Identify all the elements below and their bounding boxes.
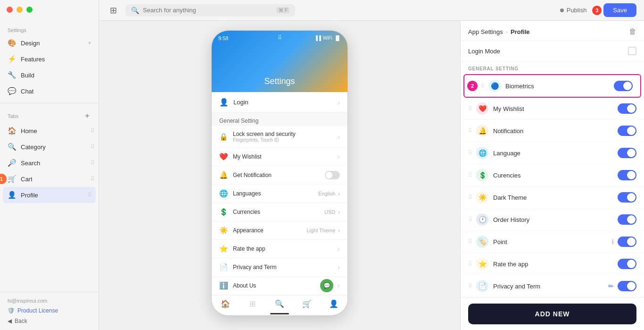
- star-icon: ⭐: [219, 245, 228, 253]
- phone-grip-icon: ⠿: [278, 34, 282, 41]
- biometrics-label: Biometrics: [505, 83, 614, 90]
- search-input[interactable]: [143, 7, 273, 14]
- phone-home-indicator: [270, 313, 289, 314]
- sun-icon: ☀️: [479, 194, 487, 201]
- grid-menu-button[interactable]: ⊞: [107, 4, 120, 17]
- phone-row-privacy: 📄 Privacy and Term ›: [212, 258, 347, 277]
- sidebar-item-category[interactable]: 🔍 Category ⠿: [0, 139, 99, 155]
- sidebar-footer: hi@inspireui.com 🛡️ Product License ◀ Ba…: [0, 292, 99, 330]
- biometrics-toggle[interactable]: [614, 81, 633, 91]
- notification-label: Notification: [493, 127, 618, 135]
- phone-row-about: ℹ️ About Us › 💬: [212, 277, 347, 295]
- phone-row-right: English ›: [318, 191, 340, 196]
- phone-row-left: ❤️ My Wishlist: [219, 152, 262, 161]
- info-icon[interactable]: ℹ: [611, 238, 614, 245]
- back-label: Back: [15, 318, 27, 324]
- add-new-button[interactable]: ADD NEW: [468, 304, 636, 324]
- dark-theme-icon-bg: ☀️: [476, 191, 488, 203]
- login-mode-checkbox[interactable]: [628, 47, 636, 55]
- phone-tab-profile[interactable]: 👤: [320, 299, 347, 308]
- currencies-toggle[interactable]: [618, 170, 636, 180]
- dark-theme-label: Dark Theme: [493, 194, 618, 201]
- appearance-value: Light Theme: [306, 228, 335, 233]
- bell-icon: 🔔: [479, 127, 487, 135]
- dark-theme-toggle[interactable]: [618, 192, 636, 203]
- chevron-right-icon: ›: [338, 228, 340, 233]
- home-icon: 🏠: [8, 127, 16, 135]
- design-icon: 🎨: [8, 39, 16, 47]
- setting-row-dark-theme: ⠿ ☀️ Dark Theme: [461, 186, 644, 209]
- minimize-button[interactable]: [17, 7, 23, 13]
- close-button[interactable]: [7, 7, 13, 13]
- trash-icon[interactable]: 🗑: [629, 27, 636, 36]
- sidebar-item-profile[interactable]: 👤 Profile ⠿: [3, 187, 96, 203]
- drag-handle-icon: ⠿: [468, 127, 472, 134]
- phone-settings-title: Settings: [264, 76, 295, 86]
- sidebar-item-label: Design: [21, 40, 40, 47]
- phone-tab-search[interactable]: 🔍: [266, 299, 293, 308]
- sidebar-item-label: Features: [21, 56, 45, 63]
- login-mode-row: Login Mode: [461, 41, 644, 61]
- save-button-container: 3 Save: [592, 3, 636, 17]
- phone-row-left: ℹ️ About Us: [219, 281, 256, 290]
- order-history-toggle[interactable]: [618, 214, 636, 225]
- back-button[interactable]: ◀ Back: [8, 318, 91, 324]
- sidebar-item-home[interactable]: 🏠 Home ⠿: [0, 123, 99, 139]
- search-container: 🔍 ⌘ F: [125, 4, 295, 17]
- notification-toggle[interactable]: [618, 126, 636, 136]
- wishlist-label: My Wishlist: [493, 105, 618, 112]
- currencies-icon-bg: 💲: [476, 169, 488, 181]
- phone-login-label: Login: [233, 99, 248, 106]
- sidebar-item-build[interactable]: 🔧 Build: [0, 67, 99, 83]
- sidebar-item-cart[interactable]: 1 🛒 Cart ⠿: [0, 171, 99, 187]
- language-toggle[interactable]: [618, 148, 636, 158]
- info-icon: ℹ️: [219, 281, 228, 290]
- sidebar-item-features[interactable]: ⚡ Features: [0, 51, 99, 67]
- rate-app-label: Rate the app: [493, 261, 618, 268]
- phone-login-row: 👤 Login ›: [212, 92, 347, 113]
- phone-status-icons: ▐▐ WiFi ▐▌: [314, 35, 341, 41]
- product-license-link[interactable]: 🛡️ Product License: [8, 307, 91, 314]
- add-tab-button[interactable]: ＋: [83, 111, 91, 121]
- heart-icon: ❤️: [479, 105, 487, 112]
- step-2-container: 2: [472, 81, 480, 91]
- privacy-icon-bg: 📄: [476, 280, 488, 292]
- notification-toggle[interactable]: [325, 171, 340, 179]
- rate-app-toggle[interactable]: [618, 259, 636, 269]
- breadcrumb-parent[interactable]: App Settings: [468, 28, 503, 35]
- wishlist-toggle[interactable]: [618, 103, 636, 114]
- wishlist-icon-bg: ❤️: [476, 102, 488, 115]
- setting-row-point: ⠿ 🏷️ Point ℹ: [461, 231, 644, 253]
- drag-handle-icon: ⠿: [480, 83, 485, 89]
- sidebar-item-chat[interactable]: 💬 Chat: [0, 83, 99, 99]
- phone-tab-cart[interactable]: 🛒: [293, 299, 321, 308]
- sidebar-item-search[interactable]: 🔎 Search ⠿: [0, 155, 99, 171]
- lock-sub: Fingerprints, Touch ID: [233, 137, 296, 143]
- breadcrumb: App Settings › Profile: [468, 28, 530, 35]
- phone-tab-home[interactable]: 🏠: [212, 299, 239, 308]
- phone-tab-grid[interactable]: ⊞: [239, 299, 266, 308]
- chat-fab[interactable]: 💬: [320, 279, 333, 292]
- document-icon: 📄: [219, 263, 228, 271]
- chevron-down-icon: ▾: [88, 40, 91, 46]
- chevron-right-icon: ›: [338, 133, 340, 141]
- chevron-right-icon: ›: [338, 245, 340, 253]
- sidebar-tab-label: Search: [21, 160, 40, 167]
- chevron-right-icon: ›: [338, 99, 340, 106]
- sidebar-item-design[interactable]: 🎨 Design ▾: [0, 35, 99, 51]
- signal-icon: ▐▐: [314, 35, 321, 41]
- privacy-toggle[interactable]: [618, 281, 636, 291]
- status-indicator: [560, 8, 564, 12]
- edit-icon[interactable]: ✏: [608, 282, 614, 290]
- phone-row-rate: ⭐ Rate the app ›: [212, 240, 347, 258]
- save-button[interactable]: Save: [603, 3, 636, 17]
- search-icon: 🔍: [131, 7, 139, 14]
- chevron-right-icon: ›: [338, 263, 340, 271]
- currencies-label: Currencies: [233, 209, 260, 215]
- step-badge-1: 1: [0, 174, 7, 184]
- sidebar-settings-title: Settings: [0, 24, 99, 35]
- star-icon: ⭐: [479, 260, 487, 268]
- maximize-button[interactable]: [26, 7, 33, 13]
- setting-row-currencies: ⠿ 💲 Curencies: [461, 164, 644, 186]
- point-toggle[interactable]: [618, 237, 636, 247]
